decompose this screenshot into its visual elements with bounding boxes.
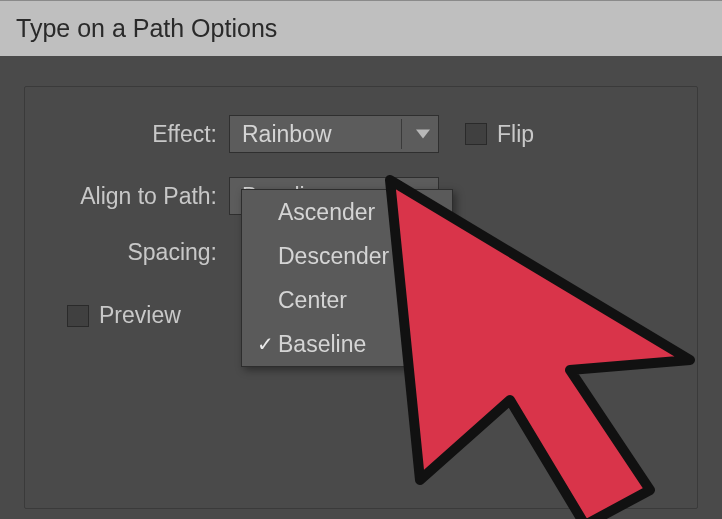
align-option-baseline[interactable]: ✓ Baseline	[242, 322, 452, 366]
effect-select[interactable]: Rainbow	[229, 115, 439, 153]
chevron-down-icon	[416, 130, 430, 139]
preview-label: Preview	[99, 302, 181, 329]
effect-select-value: Rainbow	[242, 121, 332, 148]
align-dropdown-list: Ascender Descender Center ✓ Baseline	[241, 189, 453, 367]
align-option-label: Center	[278, 287, 347, 314]
align-label: Align to Path:	[49, 183, 229, 210]
dialog-body: Effect: Rainbow Flip Align to Path: Base…	[0, 56, 722, 519]
effect-label: Effect:	[49, 121, 229, 148]
flip-label: Flip	[497, 121, 534, 148]
dialog-title: Type on a Path Options	[16, 14, 277, 43]
align-option-ascender[interactable]: Ascender	[242, 190, 452, 234]
align-option-label: Baseline	[278, 331, 366, 358]
align-option-label: Ascender	[278, 199, 375, 226]
checkbox-box-icon	[465, 123, 487, 145]
align-option-descender[interactable]: Descender	[242, 234, 452, 278]
dialog-title-bar: Type on a Path Options	[0, 0, 722, 56]
align-option-center[interactable]: Center	[242, 278, 452, 322]
flip-checkbox[interactable]: Flip	[465, 121, 534, 148]
check-icon: ✓	[252, 332, 278, 356]
options-groupbox: Effect: Rainbow Flip Align to Path: Base…	[24, 86, 698, 509]
checkbox-box-icon	[67, 305, 89, 327]
spacing-label: Spacing:	[49, 239, 229, 266]
align-option-label: Descender	[278, 243, 389, 270]
effect-row: Effect: Rainbow Flip	[49, 115, 673, 153]
